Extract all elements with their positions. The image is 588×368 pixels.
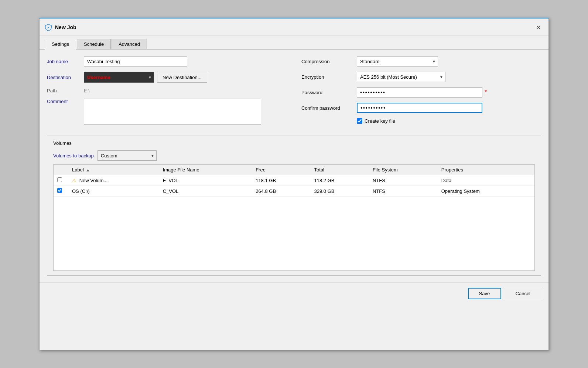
confirm-password-label: Confirm password bbox=[301, 105, 357, 111]
comment-label: Comment bbox=[47, 99, 84, 104]
cancel-button[interactable]: Cancel bbox=[505, 288, 541, 299]
create-key-file-checkbox[interactable] bbox=[357, 118, 362, 124]
col-header-total: Total bbox=[311, 165, 369, 175]
destination-select[interactable]: Username bbox=[84, 72, 154, 83]
table-row: ⚠ New Volum... E_VOL 118.1 GB 118.2 GB N… bbox=[54, 175, 534, 186]
password-controls: * bbox=[357, 87, 487, 98]
path-value: E:\ bbox=[84, 88, 90, 93]
tab-settings[interactable]: Settings bbox=[45, 39, 76, 50]
table-row: OS (C:\) C_VOL 264.8 GB 329.0 GB NTFS Op… bbox=[54, 186, 534, 197]
shield-icon: ✓ bbox=[45, 24, 52, 31]
warning-icon: ⚠ bbox=[72, 178, 76, 183]
row2-image-file: C_VOL bbox=[159, 186, 252, 197]
dialog-new-job: ✓ New Job ✕ Settings Schedule Advanced J… bbox=[39, 18, 549, 350]
volumes-backup-row: Volumes to backup Custom All System bbox=[53, 150, 535, 161]
close-button[interactable]: ✕ bbox=[533, 22, 543, 33]
footer: Save Cancel bbox=[40, 282, 548, 304]
destination-label: Destination bbox=[47, 75, 84, 80]
row1-image-file: E_VOL bbox=[159, 175, 252, 186]
compression-select-wrapper: Standard Fast None Best bbox=[357, 56, 438, 67]
row2-label-cell: OS (C:\) bbox=[68, 186, 159, 197]
volumes-backup-label: Volumes to backup bbox=[53, 153, 94, 159]
col-header-properties: Properties bbox=[438, 165, 534, 175]
table-spacer-row bbox=[54, 197, 534, 270]
tab-advanced[interactable]: Advanced bbox=[112, 39, 147, 49]
compression-select[interactable]: Standard Fast None Best bbox=[357, 56, 438, 67]
row2-free: 264.8 GB bbox=[252, 186, 310, 197]
col-header-label: Label bbox=[68, 165, 159, 175]
create-key-file-label[interactable]: Create key file bbox=[365, 118, 395, 124]
col-header-free: Free bbox=[252, 165, 310, 175]
col-header-image-file-name: Image File Name bbox=[159, 165, 252, 175]
new-destination-button[interactable]: New Destination... bbox=[157, 72, 207, 83]
row1-total: 118.2 GB bbox=[311, 175, 369, 186]
job-name-label: Job name bbox=[47, 59, 84, 64]
col-header-file-system: File System bbox=[369, 165, 438, 175]
title-bar: ✓ New Job ✕ bbox=[40, 18, 548, 36]
destination-row: Destination Username New Destination... bbox=[47, 72, 287, 83]
row2-checkbox[interactable] bbox=[57, 188, 62, 193]
destination-select-wrapper: Username bbox=[84, 72, 154, 83]
row1-filesystem: NTFS bbox=[369, 175, 438, 186]
row1-label-cell: ⚠ New Volum... bbox=[68, 175, 159, 186]
right-panel: Compression Standard Fast None Best Encr… bbox=[298, 56, 541, 130]
volumes-table-container: Label Image File Name Free Total File Sy… bbox=[53, 164, 535, 271]
row2-properties: Operating System bbox=[438, 186, 534, 197]
encryption-row: Encryption AES 256 bit (Most Secure) AES… bbox=[301, 72, 541, 82]
main-content: Job name Destination Username New Destin… bbox=[40, 50, 548, 282]
volumes-title: Volumes bbox=[53, 140, 535, 146]
destination-controls: Username New Destination... bbox=[84, 72, 207, 83]
left-panel: Job name Destination Username New Destin… bbox=[47, 56, 287, 130]
confirm-password-input[interactable] bbox=[357, 103, 482, 113]
tab-bar: Settings Schedule Advanced bbox=[40, 36, 548, 50]
job-name-input[interactable] bbox=[84, 56, 187, 67]
password-input[interactable] bbox=[357, 87, 482, 98]
encryption-label: Encryption bbox=[301, 74, 357, 80]
volumes-table: Label Image File Name Free Total File Sy… bbox=[54, 165, 534, 270]
password-row: Password * bbox=[301, 87, 541, 98]
encryption-select-wrapper: AES 256 bit (Most Secure) AES 128 bit No… bbox=[357, 72, 445, 82]
comment-row: Comment bbox=[47, 99, 287, 125]
top-section: Job name Destination Username New Destin… bbox=[47, 56, 541, 130]
comment-textarea[interactable] bbox=[84, 99, 261, 125]
sort-indicator bbox=[86, 169, 89, 171]
password-required-star: * bbox=[485, 89, 487, 96]
path-row: Path E:\ bbox=[47, 88, 287, 93]
volumes-backup-select[interactable]: Custom All System bbox=[98, 150, 157, 161]
svg-text:✓: ✓ bbox=[47, 26, 50, 30]
row1-free: 118.1 GB bbox=[252, 175, 310, 186]
password-label: Password bbox=[301, 90, 357, 95]
volumes-section: Volumes Volumes to backup Custom All Sys… bbox=[47, 136, 541, 276]
row1-checkbox-cell bbox=[54, 175, 68, 186]
dialog-title: New Job bbox=[55, 24, 533, 30]
tab-schedule[interactable]: Schedule bbox=[77, 39, 111, 49]
encryption-select[interactable]: AES 256 bit (Most Secure) AES 128 bit No… bbox=[357, 72, 445, 82]
create-key-file-row: Create key file bbox=[357, 118, 541, 124]
table-header-row: Label Image File Name Free Total File Sy… bbox=[54, 165, 534, 175]
row2-total: 329.0 GB bbox=[311, 186, 369, 197]
row2-filesystem: NTFS bbox=[369, 186, 438, 197]
row1-properties: Data bbox=[438, 175, 534, 186]
job-name-row: Job name bbox=[47, 56, 287, 67]
save-button[interactable]: Save bbox=[468, 288, 501, 299]
row1-checkbox[interactable] bbox=[57, 177, 62, 182]
confirm-password-row: Confirm password bbox=[301, 103, 541, 113]
row2-checkbox-cell bbox=[54, 186, 68, 197]
row2-label: OS (C:\) bbox=[72, 188, 90, 194]
compression-row: Compression Standard Fast None Best bbox=[301, 56, 541, 67]
col-header-checkbox bbox=[54, 165, 68, 175]
compression-label: Compression bbox=[301, 59, 357, 64]
row1-label: New Volum... bbox=[79, 178, 108, 183]
path-label: Path bbox=[47, 88, 84, 93]
volumes-select-wrapper: Custom All System bbox=[98, 150, 157, 161]
